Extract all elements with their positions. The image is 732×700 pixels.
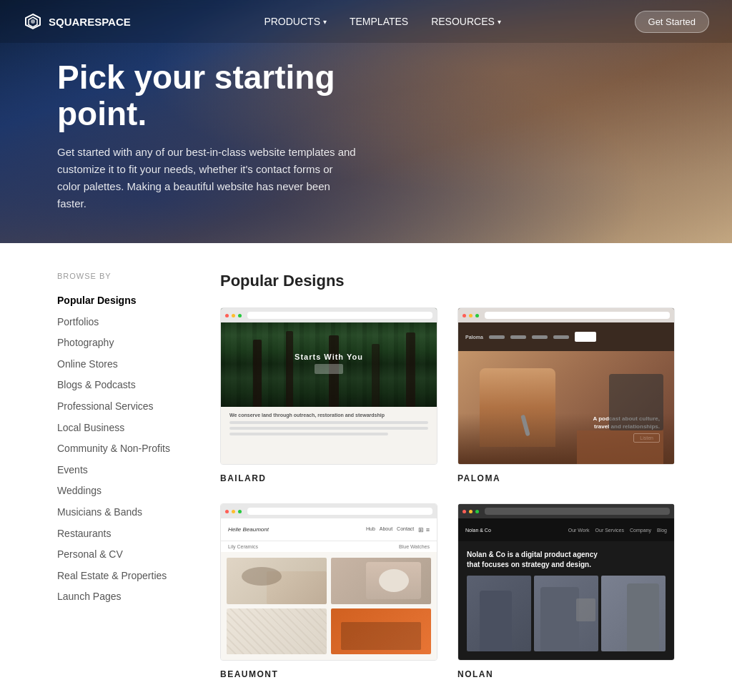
- sidebar-item-personal-cv[interactable]: Personal & CV: [57, 544, 186, 566]
- beaumont-grid: [221, 552, 437, 660]
- nav-templates[interactable]: TEMPLATES: [350, 16, 408, 27]
- sidebar-item-local-business[interactable]: Local Business: [57, 418, 186, 439]
- sidebar: BROWSE BY Popular Designs Portfolios Pho…: [57, 272, 186, 679]
- hero-title: Pick your starting point.: [57, 59, 357, 132]
- template-preview-beaumont: Helle Beaumont Hub About Contact ⊞ ≡ Lil…: [220, 503, 437, 661]
- paloma-nav: Paloma: [458, 322, 674, 351]
- templates-area: Popular Designs: [220, 272, 675, 679]
- sidebar-item-blogs-podcasts[interactable]: Blogs & Podcasts: [57, 375, 186, 396]
- template-name-bailard: BAILARD: [220, 473, 437, 483]
- sidebar-item-launch-pages[interactable]: Launch Pages: [57, 586, 186, 608]
- logo[interactable]: SQUARESPACE: [23, 11, 131, 31]
- template-card-beaumont[interactable]: Helle Beaumont Hub About Contact ⊞ ≡ Lil…: [220, 503, 437, 679]
- template-name-paloma: PALOMA: [458, 473, 675, 483]
- template-card-nolan[interactable]: Nolan & Co Our Work Our Services Company…: [458, 503, 675, 679]
- template-preview-nolan: Nolan & Co Our Work Our Services Company…: [458, 503, 675, 661]
- templates-grid: Starts With You We conserve land through…: [220, 307, 675, 679]
- sidebar-item-real-estate[interactable]: Real Estate & Properties: [57, 566, 186, 587]
- sidebar-item-community-nonprofits[interactable]: Community & Non-Profits: [57, 438, 186, 460]
- sidebar-item-weddings[interactable]: Weddings: [57, 480, 186, 502]
- nav-products[interactable]: PRODUCTS ▾: [264, 16, 327, 27]
- nav-resources[interactable]: RESOURCES ▾: [431, 16, 501, 27]
- template-preview-paloma: Paloma: [458, 307, 675, 465]
- sidebar-item-professional-services[interactable]: Professional Services: [57, 396, 186, 418]
- beaumont-nav: Helle Beaumont Hub About Contact ⊞ ≡: [221, 518, 437, 541]
- header: SQUARESPACE PRODUCTS ▾ TEMPLATES RESOURC…: [0, 0, 732, 43]
- nolan-nav: Nolan & Co Our Work Our Services Company…: [458, 518, 674, 541]
- sidebar-item-online-stores[interactable]: Online Stores: [57, 354, 186, 375]
- sidebar-item-popular-designs[interactable]: Popular Designs: [57, 290, 186, 312]
- sidebar-item-restaurants[interactable]: Restaurants: [57, 523, 186, 545]
- template-card-bailard[interactable]: Starts With You We conserve land through…: [220, 307, 437, 483]
- sidebar-item-photography[interactable]: Photography: [57, 332, 186, 354]
- sidebar-item-events[interactable]: Events: [57, 460, 186, 481]
- logo-text: SQUARESPACE: [49, 16, 131, 28]
- template-name-beaumont: BEAUMONT: [220, 669, 437, 679]
- template-name-nolan: NOLAN: [458, 669, 675, 679]
- sidebar-item-musicians-bands[interactable]: Musicians & Bands: [57, 502, 186, 523]
- nolan-images: [467, 576, 666, 651]
- sidebar-item-portfolios[interactable]: Portfolios: [57, 312, 186, 333]
- main-nav: PRODUCTS ▾ TEMPLATES RESOURCES ▾: [264, 16, 500, 27]
- main-content: BROWSE BY Popular Designs Portfolios Pho…: [0, 243, 732, 700]
- templates-section-title: Popular Designs: [220, 272, 675, 290]
- bailard-bottom-area: We conserve land through outreach, resto…: [221, 407, 437, 464]
- template-preview-bailard: Starts With You We conserve land through…: [220, 307, 437, 465]
- chevron-down-icon: ▾: [323, 18, 327, 26]
- hero-subtitle: Get started with any of our best-in-clas…: [57, 144, 357, 212]
- get-started-button[interactable]: Get Started: [635, 11, 709, 33]
- browse-label: BROWSE BY: [57, 272, 186, 280]
- template-card-paloma[interactable]: Paloma: [458, 307, 675, 483]
- chevron-down-icon: ▾: [498, 18, 501, 26]
- squarespace-logo-icon: [23, 11, 43, 31]
- bailard-preview-text: Starts With You: [295, 353, 363, 377]
- nolan-body: Nolan & Co is a digital product agency t…: [458, 541, 674, 660]
- svg-point-1: [31, 19, 35, 24]
